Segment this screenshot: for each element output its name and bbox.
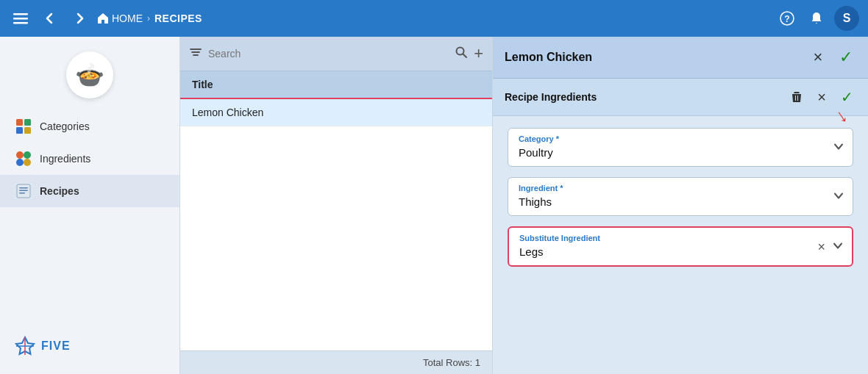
search-input[interactable] [208, 48, 449, 60]
svg-rect-15 [19, 190, 28, 192]
right-panel-content: Category * Poultry Ingredient * Thighs S… [493, 116, 868, 374]
svg-line-24 [463, 54, 467, 58]
category-chevron-icon[interactable] [833, 141, 844, 154]
add-button[interactable]: + [474, 44, 483, 63]
home-link[interactable]: HOME [97, 12, 143, 24]
ingredient-label: Ingredient * [519, 184, 842, 193]
back-icon[interactable] [38, 7, 62, 30]
sidebar-item-recipes[interactable]: Recipes [0, 175, 179, 207]
table-header: Title [180, 71, 492, 99]
recipes-icon [15, 182, 32, 200]
close-ingredient-button[interactable]: × [812, 87, 831, 107]
topnav: HOME › RECIPES ? S [0, 0, 868, 37]
right-panel-header: Lemon Chicken × ✓ [493, 37, 868, 79]
search-icon[interactable] [455, 46, 468, 62]
center-panel: + Title Lemon Chicken Total Rows: 1 [180, 37, 493, 374]
right-panel: Lemon Chicken × ✓ Recipe Ingredients × ✓… [493, 37, 868, 374]
substitute-label: Substitute Ingredient [519, 234, 842, 242]
main-layout: 🍲 Categories Ingredients Recipes [0, 37, 868, 374]
svg-rect-0 [13, 13, 28, 15]
confirm-ingredient-button[interactable]: ✓ [837, 87, 856, 107]
ingredient-chevron-icon[interactable] [833, 190, 844, 203]
category-field[interactable]: Category * Poultry [508, 128, 853, 167]
svg-rect-5 [16, 119, 23, 126]
table-body: Lemon Chicken [180, 99, 492, 350]
svg-rect-16 [19, 193, 25, 194]
substitute-chevron-icon[interactable] [833, 240, 843, 253]
svg-rect-2 [13, 22, 28, 24]
delete-ingredient-button[interactable] [787, 87, 806, 107]
category-label: Category * [519, 134, 842, 143]
menu-icon[interactable] [9, 7, 32, 30]
avatar-letter: S [843, 12, 851, 25]
ingredient-value: Thighs [519, 195, 842, 208]
home-label: HOME [112, 12, 143, 24]
confirm-panel-button[interactable]: ✓ [836, 47, 856, 68]
ingredient-field[interactable]: Ingredient * Thighs [508, 177, 853, 216]
forward-icon[interactable] [68, 7, 91, 30]
category-value: Poultry [519, 146, 842, 159]
ingredients-icon [15, 150, 32, 168]
substitute-clear-icon[interactable]: × [817, 239, 825, 254]
breadcrumb: HOME › RECIPES [97, 12, 769, 24]
avatar[interactable]: S [834, 6, 859, 31]
substitute-value: Legs [519, 245, 842, 258]
filter-icon[interactable] [189, 46, 202, 62]
svg-rect-1 [13, 18, 28, 20]
current-page-label: RECIPES [154, 12, 202, 24]
row-title: Lemon Chicken [192, 107, 263, 118]
categories-icon [15, 118, 32, 135]
sidebar-item-label-recipes: Recipes [40, 185, 79, 197]
sidebar-bottom: FIVE [0, 327, 179, 365]
table-row[interactable]: Lemon Chicken [180, 99, 492, 126]
svg-rect-7 [16, 127, 23, 134]
right-panel-title: Lemon Chicken [505, 51, 592, 64]
header-actions: × ✓ [808, 47, 856, 68]
svg-point-10 [24, 151, 31, 159]
sidebar-item-ingredients[interactable]: Ingredients [0, 143, 179, 175]
recipe-ingredients-title: Recipe Ingredients [505, 91, 597, 103]
search-bar: + [180, 37, 492, 71]
column-title: Title [192, 79, 213, 90]
table-footer: Total Rows: 1 [180, 350, 492, 374]
svg-rect-14 [19, 187, 28, 189]
sidebar: 🍲 Categories Ingredients Recipes [0, 37, 180, 374]
sidebar-item-label-ingredients: Ingredients [40, 153, 90, 165]
five-logo-text: FIVE [41, 339, 71, 353]
sidebar-logo: 🍲 [0, 46, 179, 110]
app-logo: 🍲 [66, 51, 113, 98]
breadcrumb-chevron: › [147, 13, 150, 24]
close-panel-button[interactable]: × [808, 47, 828, 68]
topnav-right: ? S [775, 6, 859, 31]
svg-rect-8 [24, 127, 31, 134]
notifications-icon[interactable] [805, 7, 828, 30]
svg-text:?: ? [784, 14, 789, 24]
ri-actions: × ✓ [787, 87, 856, 107]
sidebar-item-label-categories: Categories [40, 121, 90, 132]
help-icon[interactable]: ? [775, 7, 799, 30]
svg-point-9 [16, 151, 24, 159]
five-logo-icon [15, 336, 35, 356]
svg-rect-6 [24, 119, 31, 126]
svg-point-11 [16, 159, 24, 166]
substitute-ingredient-field[interactable]: Substitute Ingredient Legs × [508, 226, 853, 267]
total-rows: Total Rows: 1 [423, 357, 480, 368]
recipe-ingredients-header: Recipe Ingredients × ✓ ↑ [493, 79, 868, 116]
sidebar-item-categories[interactable]: Categories [0, 110, 179, 143]
svg-point-12 [24, 159, 31, 166]
